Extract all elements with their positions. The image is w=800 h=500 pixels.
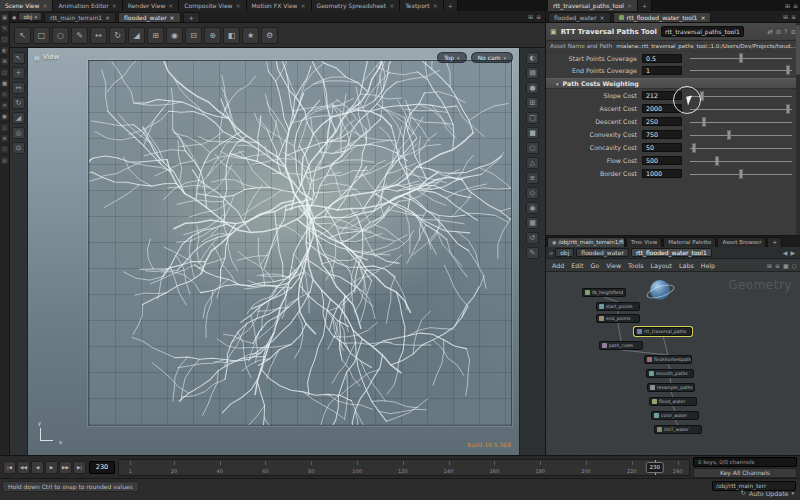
scene-viewport[interactable]: ↖+↔↻◢◎⊙ ▤ View Top▾ No cam▾ y x xyxy=(10,48,545,455)
pane-tab-flooded-water[interactable]: flooded_water× xyxy=(548,12,611,22)
mirror-icon[interactable]: ◧ xyxy=(223,27,240,44)
slider-handle[interactable] xyxy=(727,130,730,140)
new-tab-button[interactable]: + xyxy=(638,0,652,11)
pose-tool-icon[interactable]: ◉ xyxy=(166,27,183,44)
background-icon[interactable]: ◇ xyxy=(526,187,539,199)
pane-tab-rtt-main-terrain1[interactable]: rtt_main_terrain1× xyxy=(44,12,116,22)
view-tool-icon[interactable]: ↖ xyxy=(12,52,25,64)
history-forward-icon[interactable]: ▶ xyxy=(790,249,795,256)
layout-icon[interactable]: ⊞ xyxy=(785,2,790,9)
close-icon[interactable]: × xyxy=(236,2,241,9)
close-icon[interactable]: × xyxy=(112,2,117,9)
menu-edit[interactable]: Edit xyxy=(568,262,586,269)
snap-grid-icon[interactable]: ⊟ xyxy=(185,27,202,44)
frame-selected-icon[interactable]: ◎ xyxy=(12,127,25,139)
translate-tool-icon[interactable]: ↔ xyxy=(90,27,107,44)
box-select-icon[interactable]: □ xyxy=(33,27,50,44)
view-menu-icon[interactable]: ▤ xyxy=(34,54,40,61)
lasso-select-icon[interactable]: ○ xyxy=(52,27,69,44)
shelf-icon[interactable]: ▣ xyxy=(1,14,8,21)
network-tab-obj-rtt-main-terrain1-flo[interactable]: ◉/obj/rtt_main_terrain1/flo xyxy=(547,237,625,247)
pane-menu-icon[interactable]: ≡ xyxy=(791,13,796,20)
lighting-icon[interactable]: ● xyxy=(526,82,539,94)
close-icon[interactable]: × xyxy=(600,14,605,21)
close-icon[interactable]: × xyxy=(700,14,705,21)
new-pane-tab-button[interactable]: + xyxy=(183,12,200,22)
shelf-icon[interactable]: ⊕ xyxy=(1,135,8,142)
shelf-icon[interactable]: ◇ xyxy=(1,91,8,98)
next-frame-button[interactable]: ▶▶ xyxy=(59,461,72,474)
param-value-field[interactable]: 250 xyxy=(642,117,682,126)
breadcrumb-obj[interactable]: obj xyxy=(555,248,574,257)
close-icon[interactable]: × xyxy=(170,14,175,21)
slider-handle[interactable] xyxy=(740,53,743,63)
visualizers-icon[interactable]: ◉ xyxy=(526,202,539,214)
slider-handle[interactable] xyxy=(740,169,743,179)
node-flood-water[interactable]: flood_water xyxy=(649,397,697,406)
select-tool-icon[interactable]: ↖ xyxy=(14,27,31,44)
scrollbar[interactable] xyxy=(796,23,800,235)
param-value-field[interactable]: 750 xyxy=(642,130,682,139)
pane-tab-rtt-flooded-water-tool1[interactable]: rtt_flooded_water_tool1× xyxy=(613,12,712,22)
new-tab-button[interactable]: + xyxy=(444,0,458,11)
keyframe-icon[interactable]: ★ xyxy=(242,27,259,44)
pane-menu-icon[interactable]: ≡ xyxy=(536,13,541,20)
node-end-points[interactable]: end_points xyxy=(596,314,640,323)
param-slider[interactable] xyxy=(690,143,792,153)
breadcrumb-flooded-water[interactable]: flooded_water xyxy=(576,248,629,257)
node-name-field[interactable]: rtt_traversal_paths_tool1 xyxy=(661,26,744,37)
menu-go[interactable]: Go xyxy=(587,262,602,269)
network-tab-tree-view[interactable]: Tree View xyxy=(626,237,662,247)
grid-display-icon[interactable]: ⊞ xyxy=(526,97,539,109)
maximize-pane-icon[interactable]: ⊞ xyxy=(528,13,533,20)
go-start-button[interactable]: |◀ xyxy=(3,461,16,474)
shelf-icon[interactable]: ◐ xyxy=(1,47,8,54)
network-graph[interactable]: Geometry IN_heightfieldstart_pointsend_p… xyxy=(546,272,800,455)
rotate-view-icon[interactable]: ↻ xyxy=(12,97,25,109)
shading-mode-icon[interactable]: ◐ xyxy=(526,52,539,64)
current-frame-field[interactable]: 230 xyxy=(89,461,115,474)
param-slider[interactable] xyxy=(690,130,792,140)
move-tool-icon[interactable]: ↔ xyxy=(12,82,25,94)
viewport-canvas[interactable]: ▤ View Top▾ No cam▾ y x Build 19.5.368 xyxy=(28,48,519,455)
slider-handle[interactable] xyxy=(786,104,789,114)
param-slider[interactable] xyxy=(690,104,792,114)
network-tab-asset-browser[interactable]: Asset Browser xyxy=(717,237,766,247)
play-reverse-button[interactable]: ◀◀ xyxy=(17,461,30,474)
close-icon[interactable]: × xyxy=(433,2,438,9)
display-normals-icon[interactable]: △ xyxy=(526,157,539,169)
slider-handle[interactable] xyxy=(701,91,704,101)
node-smooth-paths[interactable]: smooth_paths xyxy=(646,369,694,378)
pan-tool-icon[interactable]: + xyxy=(12,67,25,79)
top-tab-geometry-spreadsheet[interactable]: Geometry Spreadsheet× xyxy=(312,0,401,11)
param-value-field[interactable]: 1000 xyxy=(642,169,682,178)
context-chip-obj[interactable]: obj▾ xyxy=(18,12,42,21)
param-value-field[interactable]: 500 xyxy=(642,156,682,165)
scale-view-icon[interactable]: ◢ xyxy=(12,112,25,124)
history-back-icon[interactable]: ◀ xyxy=(783,249,788,256)
settings-icon[interactable]: ⚙ xyxy=(261,27,278,44)
slider-handle[interactable] xyxy=(703,117,706,127)
menu-labs[interactable]: Labs xyxy=(676,262,697,269)
menu-layout[interactable]: Layout xyxy=(648,262,675,269)
group-display-icon[interactable]: ▦ xyxy=(526,217,539,229)
wireframe-icon[interactable]: ▤ xyxy=(526,67,539,79)
slider-handle[interactable] xyxy=(693,143,696,153)
menu-tools[interactable]: Tools xyxy=(625,262,647,269)
input-selector-icon[interactable]: ⇄ xyxy=(767,28,772,36)
go-end-button[interactable]: ▶| xyxy=(73,461,86,474)
annotate-icon[interactable]: ✎ xyxy=(526,247,539,259)
shelf-icon[interactable]: ▽ xyxy=(1,146,8,153)
param-value-field[interactable]: 50 xyxy=(642,143,682,152)
node-resample-paths[interactable]: resample_paths xyxy=(647,383,695,392)
param-slider[interactable] xyxy=(690,65,792,75)
display-options-icon[interactable]: ≡ xyxy=(526,172,539,184)
camera-icon[interactable]: □ xyxy=(526,112,539,124)
window-menu-icon[interactable]: ≡ xyxy=(793,2,798,9)
help-icon[interactable]: ? xyxy=(784,28,787,36)
display-points-icon[interactable]: ○ xyxy=(526,142,539,154)
list-view-icon[interactable]: ≡ xyxy=(775,262,780,269)
shelf-icon[interactable]: ≡ xyxy=(1,102,8,109)
param-slider[interactable] xyxy=(690,156,792,166)
auto-update-selector[interactable]: ↻ Auto Update ▾ xyxy=(741,489,794,497)
